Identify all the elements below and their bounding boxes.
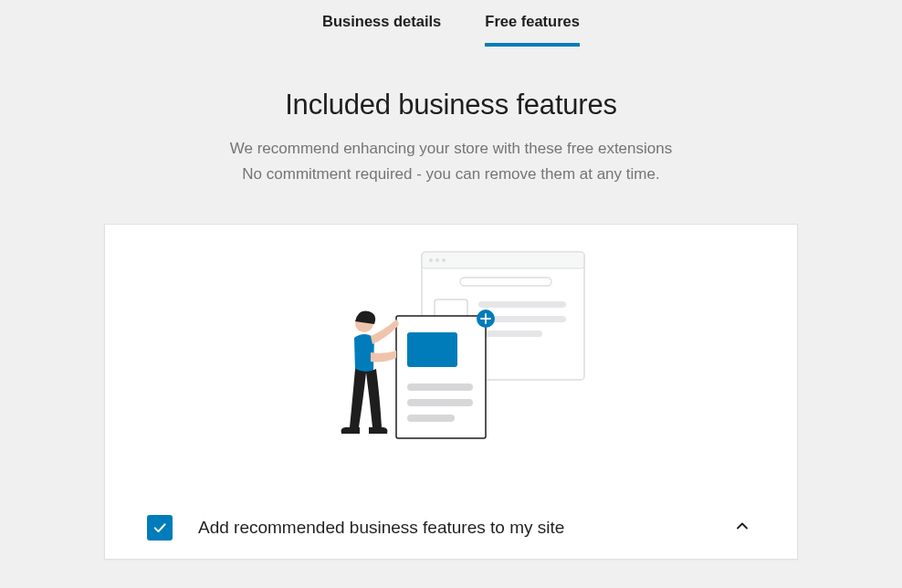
tab-free-features[interactable]: Free features [485, 13, 580, 47]
features-card: Add recommended business features to my … [104, 224, 798, 560]
subtitle-line-1: We recommend enhancing your store with t… [0, 136, 902, 162]
add-features-label: Add recommended business features to my … [198, 518, 704, 538]
page-title: Included business features [0, 89, 902, 121]
subtitle-line-2: No commitment required - you can remove … [0, 162, 902, 187]
add-features-checkbox[interactable] [147, 515, 173, 541]
svg-point-2 [429, 258, 433, 262]
tab-business-details[interactable]: Business details [322, 13, 441, 47]
svg-rect-7 [478, 301, 566, 308]
svg-rect-1 [422, 252, 584, 268]
onboarding-illustration [314, 250, 588, 442]
svg-rect-12 [407, 383, 473, 391]
page-subtitle: We recommend enhancing your store with t… [0, 136, 902, 187]
heading-section: Included business features We recommend … [0, 89, 902, 187]
add-features-option[interactable]: Add recommended business features to my … [147, 495, 755, 551]
chevron-up-icon [733, 517, 751, 535]
svg-rect-9 [478, 331, 542, 337]
svg-rect-14 [407, 415, 455, 422]
svg-point-3 [435, 258, 439, 262]
svg-rect-11 [407, 332, 457, 367]
expand-toggle[interactable] [729, 513, 755, 542]
tabs: Business details Free features [0, 0, 902, 47]
check-icon [152, 520, 168, 536]
svg-rect-13 [407, 399, 473, 406]
svg-point-4 [442, 258, 446, 262]
